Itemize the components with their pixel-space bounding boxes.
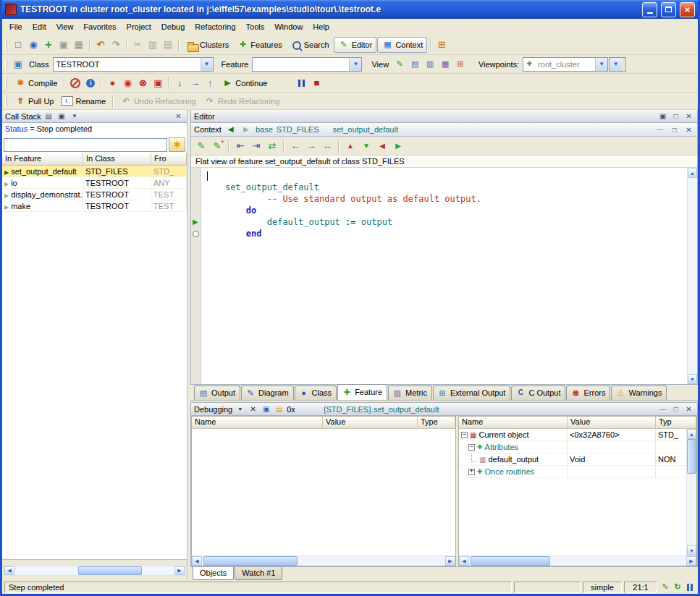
scroll-down-icon[interactable]: ▼ [688,374,697,384]
search-button[interactable]: Search [287,37,333,53]
hex-toggle[interactable]: 0x [287,405,295,414]
tab-c-output[interactable]: C Output [511,386,565,400]
scroll-up-icon[interactable]: ▲ [687,429,696,439]
maximize-icon[interactable] [670,404,681,414]
feature-combo[interactable]: ▼ [252,57,362,72]
continue-button[interactable]: Continue [218,75,271,91]
remove-breakpoints-icon[interactable] [135,76,150,90]
edit-feature-icon[interactable] [194,139,208,153]
column-header-value[interactable]: Value [323,417,418,429]
column-header-value[interactable]: Value [568,417,656,429]
basic-view-icon[interactable] [392,57,407,72]
undo-icon[interactable] [93,38,108,52]
menu-debug[interactable]: Debug [156,20,190,33]
apply-depth-button[interactable] [169,137,185,152]
contract-view-icon[interactable] [438,57,452,72]
scroll-track[interactable] [687,439,696,545]
suppliers-icon[interactable] [391,139,405,153]
scroll-thumb[interactable] [78,566,142,575]
tab-errors[interactable]: Errors [566,386,610,400]
forward-icon[interactable] [240,124,252,135]
maximize-icon[interactable] [670,111,681,122]
close-icon[interactable] [683,404,694,414]
split-view-icon[interactable] [684,582,696,593]
clusters-button[interactable]: Clusters [182,37,232,53]
scroll-up-icon[interactable]: ▲ [688,168,697,178]
scroll-left-icon[interactable]: ◀ [459,556,469,566]
callers-icon[interactable] [233,139,248,153]
collapse-icon[interactable] [461,432,468,438]
crumb-class[interactable]: STD_FILES [277,125,319,134]
toolbar-grip[interactable] [5,39,7,51]
column-header-from[interactable]: Fro [151,153,187,166]
new-window-icon[interactable] [11,38,25,52]
scroll-track[interactable] [202,556,445,566]
object-tree-row[interactable]: Current object <0x32A8760> STD_ [459,429,696,441]
scroll-down-icon[interactable]: ▼ [687,545,696,555]
clients-icon[interactable] [375,139,389,153]
crumb-feature[interactable]: set_output_default [332,125,398,134]
chevron-down-icon[interactable] [235,404,245,414]
scroll-right-icon[interactable]: ▶ [445,556,455,566]
menu-help[interactable]: Help [308,20,334,33]
scroll-thumb[interactable] [687,439,696,474]
watch-grid-body[interactable] [192,429,455,555]
object-tree-row[interactable]: Once routines [459,466,696,478]
import-stack-icon[interactable] [69,111,80,122]
toolbar-grip[interactable] [5,59,7,70]
objects-grid-body[interactable]: Current object <0x32A8760> STD_ Attribut… [459,429,696,555]
title-bar[interactable]: TESTROOT in cluster root_cluster located… [2,0,698,19]
column-header-name[interactable]: Name [192,417,323,429]
edit-in-new-window-icon[interactable] [210,139,224,153]
minimize-button[interactable] [642,2,657,17]
restore-icon[interactable] [657,111,668,122]
watch-grid-hscrollbar[interactable]: ◀ ▶ [192,555,455,566]
viewpoint-value-combo[interactable]: ▼ [609,57,626,72]
close-icon[interactable] [683,111,694,122]
step-out-icon[interactable] [203,76,217,90]
chevron-down-icon[interactable]: ▼ [610,58,622,71]
menu-project[interactable]: Project [122,20,156,33]
stop-icon[interactable] [309,76,324,90]
callees-icon[interactable] [249,139,263,153]
flat-view-icon[interactable] [423,57,437,72]
scroll-left-icon[interactable]: ◀ [192,556,202,566]
ancestors-icon[interactable] [343,139,358,153]
tab-metric[interactable]: Metric [388,386,432,400]
menu-edit[interactable]: Edit [28,20,51,33]
crumb-cluster[interactable]: base [256,125,273,134]
column-header-in-feature[interactable]: In Feature [2,153,83,166]
class-combo[interactable]: TESTROOT ▼ [53,57,214,72]
tab-objects[interactable]: Objects [193,567,234,580]
stack-depth-input[interactable] [4,138,167,152]
call-stack-row[interactable]: io TESTROOT ANY [2,177,187,189]
column-header-in-class[interactable]: In Class [83,153,151,166]
debugging-header[interactable]: Debugging 0x {STD_FILES}.set_output_defa… [191,403,697,416]
menu-window[interactable]: Window [269,20,308,33]
code-area[interactable]: set_output_default -- Use standard outpu… [191,168,697,384]
column-header-type[interactable]: Typ [656,417,696,429]
diagram-tool-icon[interactable] [434,38,449,52]
pause-icon[interactable] [294,76,308,90]
scroll-track[interactable] [688,178,697,374]
go-back-icon[interactable] [288,139,303,153]
close-button[interactable]: ✕ [680,2,695,17]
go-forward-icon[interactable] [304,139,319,153]
close-icon[interactable] [173,111,184,122]
scroll-thumb[interactable] [203,556,298,566]
expand-icon[interactable] [468,469,475,475]
dock-icon[interactable] [261,404,271,414]
scroll-right-icon[interactable]: ▶ [174,566,185,575]
disable-breakpoints-icon[interactable] [120,76,135,90]
call-stack-header[interactable]: Call Stack [2,110,187,123]
editable-status-icon[interactable] [659,582,671,593]
pull-up-button[interactable]: Pull Up [11,93,57,109]
redo-refactoring-button[interactable]: Redo Refactoring [201,93,284,109]
viewpoints-combo[interactable]: root_cluster ▼ [523,57,608,72]
editor-header[interactable]: Editor [191,110,697,123]
objects-grid-hscrollbar[interactable]: ◀ ▶ [459,555,696,566]
enable-breakpoints-icon[interactable] [105,76,119,90]
toggle-view-icon[interactable] [320,139,334,153]
menu-file[interactable]: File [4,20,28,33]
toolbar-grip[interactable] [5,77,7,89]
